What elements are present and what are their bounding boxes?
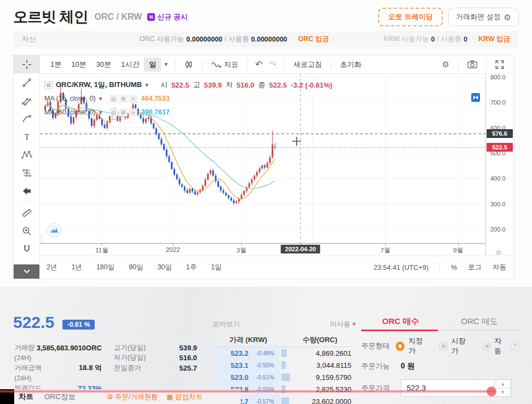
stepper-up-icon[interactable]: ▲ xyxy=(495,380,511,389)
time-axis[interactable]: 11월 2022 3월 7월 9월 2022-04-20 xyxy=(40,243,485,256)
range-1w[interactable]: 1주 xyxy=(186,263,196,272)
chart-plot-area[interactable]: ▤ ORC/KRW, 1일, BITHUMB ▼ 시522.5 고539.9 저… xyxy=(40,74,485,243)
krw-deposit-link[interactable]: KRW 입금 xyxy=(478,34,510,44)
order-price-input[interactable] xyxy=(401,379,495,397)
indicators-button[interactable]: 지표 xyxy=(207,57,242,72)
price-axis[interactable]: 800.0 700.0 600.0 500.0 400.0 300.0 200.… xyxy=(485,74,514,256)
range-2y[interactable]: 2년 xyxy=(47,263,57,272)
footer-popup-chart-link[interactable]: ▦팝업차트 xyxy=(167,393,203,402)
help-icon[interactable]: ? xyxy=(511,342,519,350)
redo-icon[interactable]: ↷ xyxy=(266,59,280,70)
ma15-value: 464.7533 xyxy=(141,95,170,102)
ma15-label[interactable]: MA (15, close, 0) xyxy=(44,95,96,102)
axis-settings-icon[interactable]: ☼ xyxy=(495,247,502,256)
ma60-value: 390.7617 xyxy=(141,108,170,116)
tab-buy[interactable]: ORC 매수 xyxy=(361,312,440,330)
ma60-close-icon[interactable]: × xyxy=(129,108,137,117)
undo-icon[interactable]: ↶ xyxy=(252,59,265,70)
go-to-realtime-button[interactable] xyxy=(471,93,480,102)
timeframe-10m[interactable]: 10분 xyxy=(66,57,91,72)
svg-text:T: T xyxy=(24,132,29,141)
range-90d[interactable]: 90일 xyxy=(129,263,143,272)
xabcd-pattern-tool-icon[interactable] xyxy=(14,146,40,164)
radio-market[interactable] xyxy=(439,342,447,351)
crosshair-date-badge: 2022-04-20 xyxy=(281,245,320,253)
crosshair-tool-icon[interactable] xyxy=(14,55,40,73)
timeframe-1h[interactable]: 1시간 xyxy=(116,57,144,72)
y-tick: 400.0 xyxy=(490,175,506,182)
back-arrow-icon[interactable] xyxy=(14,182,40,200)
range-1y[interactable]: 1년 xyxy=(71,263,82,272)
stepper-down-icon[interactable]: ▼ xyxy=(495,389,511,397)
ma60-visibility-icon[interactable]: ◎ xyxy=(109,108,118,117)
radio-auto[interactable] xyxy=(482,342,490,351)
pane-drag-handle[interactable] xyxy=(40,235,42,243)
current-price: 522.5 xyxy=(13,313,54,332)
group-toggle[interactable]: 모아보기 xyxy=(212,320,240,329)
chart-legend: ▤ ORC/KRW, 1일, BITHUMB ▼ 시522.5 고539.9 저… xyxy=(44,79,332,120)
range-1d[interactable]: 1일 xyxy=(211,263,222,272)
ma15-close-icon[interactable]: × xyxy=(129,95,137,103)
log-scale-toggle[interactable]: 로그 xyxy=(468,263,482,272)
footer-tab-chart[interactable]: 차트 xyxy=(19,392,33,402)
tab-sell[interactable]: ORC 매도 xyxy=(440,312,519,330)
depth-bar xyxy=(281,397,289,404)
orderbook-header: 가격 (KRW) 수량(ORC) xyxy=(212,333,356,347)
range-180d[interactable]: 180일 xyxy=(96,263,114,272)
chart-settings-icon[interactable]: ⚙ xyxy=(438,58,454,71)
coin-title: 오르빗 체인 xyxy=(13,7,88,27)
screen-settings-button[interactable]: 거래화면 설정 ⚙ xyxy=(448,8,519,26)
new-notice-badge[interactable]: N 신규 공시 xyxy=(147,12,188,22)
timeframe-1m[interactable]: 1분 xyxy=(45,57,66,72)
ma15-settings-icon[interactable]: ⚙ xyxy=(119,95,128,103)
text-tool-icon[interactable]: T xyxy=(14,128,40,146)
price-stepper: ▲ ▼ xyxy=(495,379,511,397)
exchange-logo-icon[interactable] xyxy=(47,223,62,238)
unused-dropdown[interactable]: 미사용 ▾ xyxy=(330,320,356,329)
candle-style-button[interactable] xyxy=(180,58,198,71)
ma15-visibility-icon[interactable]: ◎ xyxy=(109,95,118,103)
pair-label: ORC / KRW xyxy=(95,12,142,22)
orc-deposit-link[interactable]: ORC 입금 xyxy=(298,34,329,44)
refresh-button[interactable]: 새로고침 xyxy=(289,57,326,72)
timeframe-30m[interactable]: 30분 xyxy=(91,57,116,72)
auto-scale-toggle[interactable]: 자동 xyxy=(493,263,506,272)
video-progress-bar[interactable] xyxy=(0,390,494,393)
order-type-label: 주문형태 xyxy=(361,341,396,351)
chart-card: T 1 xyxy=(13,55,514,279)
radio-limit[interactable] xyxy=(396,342,404,351)
ask-row[interactable]: 523.1-0.50% 3,044.8115 xyxy=(212,359,356,371)
krw-balance: KRW 사용가능 0 / 사용중 0 KRW 입금 xyxy=(384,34,510,44)
snapshot-camera-icon[interactable] xyxy=(463,58,482,71)
footer-orders-link[interactable]: ⊞주문/거래현황 xyxy=(107,393,158,402)
depth-bar xyxy=(281,361,286,369)
percent-scale-toggle[interactable]: % xyxy=(451,264,457,272)
asset-bar: 자산 ORC 사용가능 0.00000000 / 사용중 0.00000000 … xyxy=(13,31,519,47)
range-30d[interactable]: 30일 xyxy=(158,263,172,272)
trading-app: 오르빗 체인 ORC / KRW N 신규 공시 오토 트레이딩 거래화면 설정… xyxy=(0,0,532,404)
ma60-label[interactable]: MA (60, close, 0) xyxy=(44,108,96,116)
timeframe-1d[interactable]: 일 xyxy=(144,57,161,72)
gear-icon: ⚙ xyxy=(504,13,511,21)
auto-trading-button[interactable]: 오토 트레이딩 xyxy=(378,8,443,26)
reset-button[interactable]: 초기화 xyxy=(336,57,366,72)
symbol-label[interactable]: ORC/KRW, 1일, BITHUMB xyxy=(56,80,142,90)
symbol-chevron-icon[interactable]: ▼ xyxy=(144,82,149,88)
video-progress-handle[interactable] xyxy=(487,386,496,396)
clock-label[interactable]: 23:54:41 (UTC+9) xyxy=(373,264,428,272)
footer-tab-info[interactable]: ORC정보 xyxy=(44,392,76,402)
collapse-toolbar-button[interactable] xyxy=(14,264,39,279)
gann-fib-tool-icon[interactable] xyxy=(14,91,40,109)
zoom-in-tool-icon[interactable] xyxy=(14,222,40,240)
magnet-tool-icon[interactable] xyxy=(14,240,40,258)
timeframe-dropdown-icon[interactable]: ▼ xyxy=(163,61,169,67)
projection-tool-icon[interactable] xyxy=(14,164,40,182)
ask-row[interactable]: 523.0-0.51% 9,159.5790 xyxy=(212,371,356,383)
ask-row[interactable]: 523.2-0.48% 4,869.2601 xyxy=(212,347,356,359)
ruler-tool-icon[interactable] xyxy=(14,204,40,222)
trendline-tool-icon[interactable] xyxy=(14,73,40,91)
brush-tool-icon[interactable] xyxy=(14,109,40,128)
legend-collapse-icon[interactable]: ▤ xyxy=(44,81,53,89)
ma60-settings-icon[interactable]: ⚙ xyxy=(119,108,128,117)
fullscreen-icon[interactable] xyxy=(491,58,508,71)
